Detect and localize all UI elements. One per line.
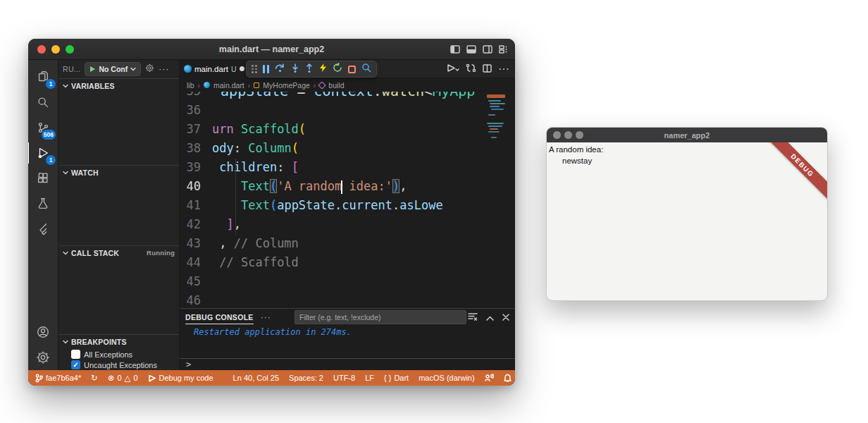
code-editor[interactable]: 35 appState = context.watch<MyApp3637urn… (180, 92, 515, 308)
start-debug-config-button[interactable]: No Conf (85, 62, 141, 76)
debug-config-indicator[interactable]: Debug my code (148, 374, 213, 382)
code-line[interactable]: 41 Text(appState.current.asLowe (180, 196, 515, 215)
call-stack-status: Running (147, 249, 175, 257)
breadcrumb-main-dart[interactable]: main.dart (213, 81, 244, 90)
watch-section-header[interactable]: WATCH (58, 166, 179, 180)
dart-file-icon (204, 82, 210, 88)
debug-console-panel: DEBUG CONSOLE ··· Restarted application … (180, 308, 515, 370)
warning-icon: △ (125, 373, 131, 383)
explorer-icon[interactable]: 1 (31, 64, 55, 90)
breadcrumb-myhomepage[interactable]: MyHomePage (263, 81, 310, 90)
tab-debug-console[interactable]: DEBUG CONSOLE (185, 310, 254, 324)
app-window-title: namer_app2 (547, 131, 827, 140)
console-input-row[interactable]: > (180, 358, 515, 370)
maximize-panel-icon[interactable] (486, 311, 494, 324)
indentation-indicator[interactable]: Spaces: 2 (289, 374, 323, 382)
breakpoint-label: All Exceptions (84, 350, 132, 359)
error-icon: ⊗ (108, 373, 115, 383)
breakpoint-row[interactable]: All Exceptions (58, 349, 179, 360)
breakpoints-section-header[interactable]: BREAKPOINTS (58, 335, 179, 349)
extensions-icon[interactable] (31, 166, 55, 191)
run-panel-header: RU... (63, 65, 80, 73)
settings-gear-icon[interactable] (31, 345, 55, 370)
minimize-window-button[interactable] (51, 45, 60, 54)
hot-reload-icon[interactable] (319, 63, 327, 75)
vscode-titlebar[interactable]: main.dart — namer_app2 (28, 39, 515, 60)
code-line[interactable]: 43 , // Column (180, 234, 515, 253)
eol-indicator[interactable]: LF (365, 374, 374, 382)
open-changes-icon[interactable] (466, 63, 476, 75)
run-and-debug-icon[interactable]: 1 (31, 140, 55, 166)
run-or-debug-icon[interactable] (447, 63, 459, 75)
panel-more-tabs-icon[interactable]: ··· (261, 312, 271, 322)
indent-guide (235, 159, 236, 235)
console-log-line: Restarted application in 274ms. (194, 327, 515, 337)
widget-inspector-icon[interactable] (361, 63, 371, 75)
branch-indicator[interactable]: fae7b6a4* (35, 374, 81, 383)
line-number: 42 (180, 215, 212, 234)
app-random-word: newstay (562, 157, 592, 165)
code-line[interactable]: 42 ], (180, 215, 515, 234)
language-indicator[interactable]: { } Dart (384, 374, 409, 382)
debug-gear-icon[interactable] (145, 63, 154, 75)
flutter-icon[interactable] (31, 216, 55, 242)
pause-icon[interactable] (263, 65, 269, 73)
line-number: 38 (180, 139, 212, 158)
code-line[interactable]: 37urn Scaffold( (180, 120, 515, 139)
code-line[interactable]: 46 (180, 291, 515, 308)
step-out-icon[interactable] (305, 63, 314, 75)
toggle-panel-icon[interactable] (466, 45, 476, 54)
variables-section-header[interactable]: VARIABLES (58, 79, 179, 93)
close-panel-icon[interactable] (502, 311, 509, 324)
line-number: 43 (180, 234, 212, 253)
step-into-icon[interactable] (291, 63, 299, 75)
minimap[interactable] (487, 94, 511, 278)
app-titlebar[interactable]: namer_app2 (547, 128, 827, 142)
code-line[interactable]: 35 appState = context.watch<MyApp (180, 92, 515, 101)
tab-main-dart[interactable]: main.dart U (180, 60, 247, 78)
split-editor-icon[interactable] (483, 63, 492, 75)
console-filter-input[interactable] (294, 310, 466, 324)
code-line[interactable]: 36 (180, 101, 515, 120)
code-lines: 35 appState = context.watch<MyApp3637urn… (180, 92, 515, 308)
breadcrumb-lib[interactable]: lib (187, 81, 194, 90)
code-line[interactable]: 39 children: [ (180, 158, 515, 177)
toolbar-drag-handle[interactable] (252, 65, 257, 73)
call-stack-section-header[interactable]: CALL STACK Running (58, 246, 179, 260)
sync-changes-button[interactable]: ↻ (91, 373, 98, 383)
breakpoint-checkbox[interactable] (71, 350, 80, 359)
toggle-secondary-sidebar-icon[interactable] (483, 45, 492, 54)
stop-icon[interactable] (348, 66, 356, 73)
notifications-bell-icon[interactable] (504, 374, 512, 382)
clear-console-icon[interactable] (468, 311, 478, 324)
close-window-button[interactable] (37, 45, 46, 54)
testing-icon[interactable] (31, 191, 55, 216)
run-panel-more-icon[interactable]: ··· (159, 64, 169, 74)
breakpoint-row[interactable]: Uncaught Exceptions (58, 360, 179, 370)
code-line[interactable]: 44 // Scaffold (180, 253, 515, 272)
breadcrumb-build[interactable]: build (328, 81, 344, 90)
code-line[interactable]: 45 (180, 272, 515, 291)
variables-section: VARIABLES (58, 78, 179, 165)
search-icon[interactable] (31, 90, 55, 115)
source-control-icon[interactable]: 506 (31, 115, 55, 140)
editor-more-actions-icon[interactable]: ··· (498, 63, 509, 75)
cursor-position-indicator[interactable]: Ln 40, Col 25 (233, 374, 279, 382)
toggle-primary-sidebar-icon[interactable] (450, 45, 460, 54)
restart-icon[interactable] (333, 63, 342, 75)
debug-badge: 1 (46, 155, 56, 165)
zoom-window-button[interactable] (66, 45, 74, 54)
problems-indicator[interactable]: ⊗ 0 △ 0 (108, 373, 138, 383)
code-line[interactable]: 40 Text('A random idea:'), (180, 177, 515, 196)
feedback-icon[interactable] (485, 374, 494, 382)
watch-section: WATCH (58, 165, 179, 245)
breakpoint-checkbox[interactable] (71, 360, 80, 369)
encoding-indicator[interactable]: UTF-8 (333, 374, 355, 382)
customize-layout-icon[interactable] (499, 45, 508, 54)
window-title: main.dart — namer_app2 (28, 44, 515, 54)
line-number: 41 (180, 196, 212, 215)
code-line[interactable]: 38ody: Column( (180, 139, 515, 158)
os-indicator[interactable]: macOS (darwin) (418, 374, 474, 382)
account-icon[interactable] (31, 319, 55, 345)
step-over-icon[interactable] (275, 63, 285, 75)
